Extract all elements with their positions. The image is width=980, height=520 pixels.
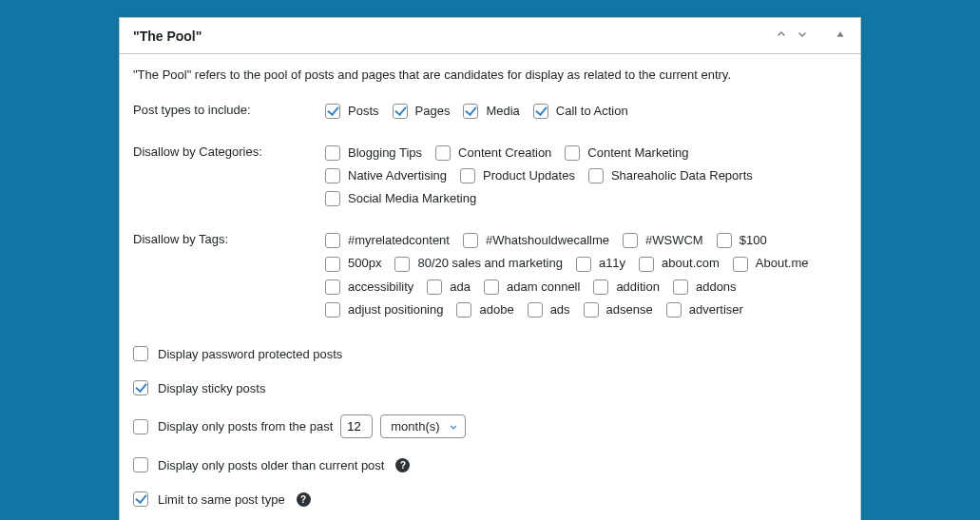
from-past-unit-label: month(s) [391,419,439,433]
tag-item[interactable]: a11y [576,253,625,274]
collapse-triangle-icon[interactable] [834,28,847,44]
post-type-item[interactable]: Call to Action [533,101,628,122]
tag-label: ads [550,299,570,320]
tag-checkbox[interactable] [733,257,748,272]
category-checkbox[interactable] [435,145,451,161]
tag-item[interactable]: adjust positioning [325,299,443,320]
tag-item[interactable]: $100 [717,230,767,251]
tag-checkbox[interactable] [717,233,732,248]
tag-label: ada [450,277,471,298]
tag-item[interactable]: advertiser [666,299,743,320]
tag-item[interactable]: accessibility [325,277,413,298]
tag-checkbox[interactable] [673,279,688,295]
category-checkbox[interactable] [325,145,340,161]
panel-title: "The Pool" [133,29,775,44]
category-checkbox[interactable] [325,168,340,183]
tag-checkbox[interactable] [576,257,591,272]
post-type-item[interactable]: Media [463,101,519,122]
tag-label: adsense [606,299,653,320]
tags-row: Disallow by Tags: #myrelatedcontent#What… [120,215,860,327]
category-label: Shareaholic Data Reports [611,165,753,186]
chevron-up-icon[interactable] [775,28,788,44]
tag-checkbox[interactable] [394,257,410,272]
tag-checkbox[interactable] [325,279,340,295]
password-protected-label: Display password protected posts [158,347,342,361]
category-checkbox[interactable] [325,191,340,206]
tag-checkbox[interactable] [528,302,543,318]
tag-checkbox[interactable] [593,279,608,295]
tag-item[interactable]: ada [427,277,471,298]
tag-checkbox[interactable] [456,302,471,318]
tag-label: about.com [662,253,720,274]
older-than-current-label: Display only posts older than current po… [158,458,384,472]
post-type-checkbox[interactable] [325,104,340,119]
category-item[interactable]: Product Updates [460,165,575,186]
post-type-checkbox[interactable] [393,104,408,119]
chevron-down-icon[interactable] [796,28,809,44]
tag-checkbox[interactable] [325,302,340,318]
tag-item[interactable]: #Whatshouldwecallme [463,230,609,251]
categories-label: Disallow by Categories: [133,143,314,159]
tag-item[interactable]: #WSWCM [623,230,703,251]
tag-checkbox[interactable] [584,302,599,318]
category-item[interactable]: Content Creation [435,143,551,164]
tag-checkbox[interactable] [639,257,654,272]
post-type-item[interactable]: Pages [393,101,451,122]
categories-row: Disallow by Categories: Blogging TipsCon… [120,127,860,215]
from-past-unit-select[interactable]: month(s) [380,414,465,438]
post-type-checkbox[interactable] [533,104,548,119]
tag-checkbox[interactable] [666,302,682,318]
tag-checkbox[interactable] [325,257,340,272]
tag-label: addons [696,277,737,298]
tag-label: a11y [599,253,625,274]
password-protected-checkbox[interactable] [133,346,148,361]
tag-label: adam connell [507,277,580,298]
tag-item[interactable]: ads [528,299,570,320]
from-past-number-input[interactable] [340,414,373,438]
tag-checkbox[interactable] [484,279,499,295]
panel-controls [775,28,847,44]
tag-item[interactable]: #myrelatedcontent [325,230,450,251]
post-type-label: Call to Action [556,101,628,122]
from-past-checkbox[interactable] [133,419,148,434]
tag-item[interactable]: addons [673,277,737,298]
category-label: Social Media Marketing [348,188,476,209]
post-type-item[interactable]: Posts [325,101,379,122]
panel-description: "The Pool" refers to the pool of posts a… [120,54,860,89]
older-than-current-checkbox[interactable] [133,457,148,472]
help-icon[interactable]: ? [395,458,410,472]
category-label: Native Advertising [348,165,447,186]
category-item[interactable]: Blogging Tips [325,143,422,164]
category-checkbox[interactable] [588,168,604,183]
category-item[interactable]: Shareaholic Data Reports [588,165,753,186]
post-type-checkbox[interactable] [463,104,478,119]
help-icon[interactable]: ? [297,492,311,507]
tag-label: advertiser [689,299,743,320]
sticky-checkbox[interactable] [133,380,148,395]
category-checkbox[interactable] [565,145,580,161]
tag-item[interactable]: adsense [584,299,653,320]
tag-label: 500px [348,253,381,274]
tag-checkbox[interactable] [623,233,638,248]
tag-item[interactable]: addition [593,277,660,298]
tag-item[interactable]: adam connell [484,277,580,298]
tag-item[interactable]: About.me [733,253,809,274]
the-pool-panel: "The Pool" "The Pool" refers to the pool… [119,17,861,520]
category-item[interactable]: Content Marketing [565,143,688,164]
tag-item[interactable]: adobe [456,299,513,320]
category-checkbox[interactable] [460,168,475,183]
limit-same-type-checkbox[interactable] [133,491,148,507]
tag-checkbox[interactable] [427,279,442,295]
tag-item[interactable]: about.com [639,253,720,274]
tag-checkbox[interactable] [463,233,478,248]
category-item[interactable]: Native Advertising [325,165,447,186]
category-item[interactable]: Social Media Marketing [325,188,476,209]
post-types-label: Post types to include: [133,101,314,117]
tag-item[interactable]: 80/20 sales and marketing [394,253,562,274]
panel-header: "The Pool" [120,18,860,54]
tag-label: 80/20 sales and marketing [417,253,562,274]
tag-checkbox[interactable] [325,233,340,248]
tag-item[interactable]: 500px [325,253,381,274]
category-label: Content Marketing [587,143,688,164]
limit-same-type-label: Limit to same post type [158,492,285,507]
